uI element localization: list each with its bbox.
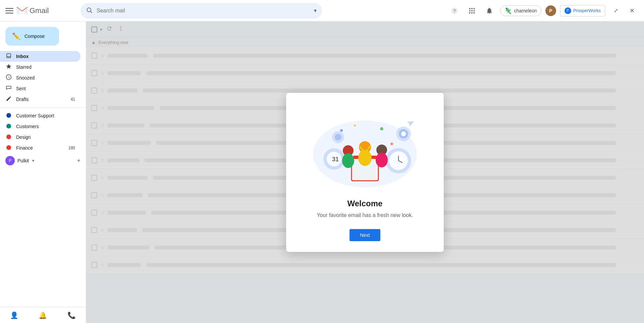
compose-label: Compose: [24, 34, 45, 39]
prosperworks-label: ProsperWorks: [573, 8, 601, 13]
sent-label: Sent: [16, 86, 75, 91]
design-dot-icon: [5, 134, 12, 141]
modal-overlay: 31: [86, 21, 644, 323]
gmail-logo: Gmail: [16, 6, 49, 15]
customers-dot-icon: [5, 123, 12, 130]
svg-rect-6: [474, 8, 475, 9]
sidebar-item-finance[interactable]: Finance 180: [0, 143, 80, 153]
add-label-icon[interactable]: +: [77, 157, 80, 164]
topbar: Gmail ▾ ? 🦎 chameleo: [0, 0, 644, 21]
prosperworks-button[interactable]: P ProsperWorks: [560, 5, 605, 16]
svg-point-43: [340, 129, 343, 132]
help-icon[interactable]: ?: [448, 4, 461, 17]
svg-point-42: [376, 153, 388, 167]
user-avatar[interactable]: P: [545, 5, 556, 16]
svg-point-46: [390, 143, 393, 145]
svg-text:31: 31: [332, 156, 339, 163]
snoozed-icon: [5, 74, 12, 82]
svg-rect-5: [472, 8, 473, 9]
design-label: Design: [16, 134, 75, 140]
phone-icon[interactable]: 📞: [67, 311, 76, 319]
workspace-section[interactable]: P Pulkit ▾ +: [0, 153, 86, 168]
finance-label: Finance: [16, 145, 64, 151]
finance-dot-icon: [5, 145, 12, 152]
modal-subtitle: Your favorite email has a fresh new look…: [317, 212, 413, 218]
apps-icon[interactable]: [465, 4, 479, 17]
compose-plus-icon: ✏️: [12, 32, 20, 40]
sidebar: ✏️ Compose Inbox Starred Snoozed S: [0, 21, 86, 323]
sidebar-item-starred[interactable]: Starred: [0, 62, 80, 72]
sidebar-item-customer-support[interactable]: Customer Support: [0, 110, 80, 121]
inbox-icon: [5, 53, 12, 60]
topbar-left: Gmail: [5, 6, 72, 15]
svg-rect-12: [474, 12, 475, 13]
modal-illustration: 31: [308, 104, 422, 191]
svg-line-1: [91, 11, 92, 13]
tasks-icon[interactable]: 🔔: [39, 311, 47, 319]
popout-icon[interactable]: ⤢: [609, 4, 623, 17]
contacts-icon[interactable]: 👤: [10, 311, 18, 319]
drafts-label: Drafts: [16, 97, 67, 102]
svg-point-16: [6, 145, 11, 150]
chameleon-icon: 🦎: [504, 7, 512, 14]
extension-controls: ⤢ ✕: [609, 4, 639, 17]
drafts-badge: 41: [71, 97, 75, 102]
search-dropdown-icon[interactable]: ▾: [314, 7, 317, 14]
svg-text:?: ?: [453, 8, 456, 13]
search-bar[interactable]: ▾: [80, 3, 322, 18]
sidebar-item-drafts[interactable]: Drafts 41: [0, 94, 80, 105]
svg-point-44: [380, 127, 383, 130]
workspace-name: Pulkit: [17, 158, 29, 163]
prosperworks-icon: P: [565, 7, 571, 14]
svg-rect-11: [472, 12, 473, 13]
chameleon-badge[interactable]: 🦎 chameleon: [500, 5, 541, 16]
sidebar-item-design[interactable]: Design: [0, 132, 80, 143]
svg-rect-4: [469, 8, 471, 9]
sidebar-item-inbox[interactable]: Inbox: [0, 51, 80, 62]
next-button[interactable]: Next: [350, 229, 381, 241]
modal-title: Welcome: [347, 199, 383, 208]
svg-rect-9: [474, 10, 475, 11]
topbar-right: ? 🦎 chameleon P P ProsperWorks ⤢: [448, 4, 639, 17]
sidebar-item-customers[interactable]: Customers: [0, 121, 80, 132]
nav-divider: [0, 107, 86, 108]
main-layout: ✏️ Compose Inbox Starred Snoozed S: [0, 21, 644, 323]
compose-button[interactable]: ✏️ Compose: [5, 27, 59, 46]
svg-point-45: [354, 124, 356, 126]
search-input[interactable]: [97, 8, 311, 14]
bottom-bar: 👤 🔔 📞: [0, 307, 86, 323]
search-icon: [86, 7, 93, 15]
svg-rect-10: [469, 12, 471, 13]
sidebar-item-snoozed[interactable]: Snoozed: [0, 72, 80, 83]
welcome-modal: 31: [286, 93, 444, 252]
starred-label: Starred: [16, 64, 75, 70]
svg-point-14: [6, 124, 11, 128]
customers-label: Customers: [16, 124, 75, 129]
close-extension-icon[interactable]: ✕: [625, 4, 639, 17]
svg-point-0: [87, 8, 91, 12]
notifications-icon[interactable]: [483, 4, 496, 17]
email-area: ▾ ▲ Everything else ☆ ☆: [86, 21, 644, 323]
inbox-label: Inbox: [16, 54, 75, 59]
gmail-title: Gmail: [30, 6, 49, 15]
workspace-chevron: ▾: [32, 158, 34, 163]
chameleon-label: chameleon: [514, 8, 537, 13]
svg-point-34: [335, 134, 341, 141]
snoozed-label: Snoozed: [16, 75, 75, 80]
finance-badge: 180: [68, 146, 75, 150]
workspace-avatar: P: [5, 156, 15, 165]
svg-rect-7: [469, 10, 471, 11]
welcome-illustration: 31: [308, 104, 422, 191]
customer-support-dot-icon: [5, 112, 12, 119]
svg-point-15: [6, 134, 11, 139]
starred-icon: [5, 63, 12, 71]
hamburger-menu-icon[interactable]: [5, 7, 13, 15]
svg-point-13: [6, 113, 11, 118]
sidebar-item-sent[interactable]: Sent: [0, 83, 80, 94]
gmail-logo-svg: [16, 6, 28, 15]
svg-point-36: [342, 153, 354, 168]
svg-rect-8: [472, 10, 473, 11]
customer-support-label: Customer Support: [16, 113, 75, 118]
drafts-icon: [5, 96, 12, 103]
svg-point-32: [401, 131, 406, 136]
